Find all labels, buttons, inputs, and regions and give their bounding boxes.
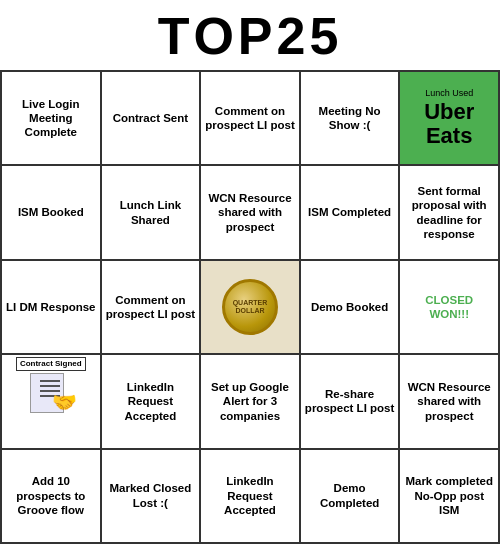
cell-r4c2: LinkedIn Request Accepted: [102, 355, 202, 449]
cell-r4c4: Re-share prospect LI post: [301, 355, 401, 449]
title-o: O: [193, 6, 237, 66]
coin-text: QUARTERDOLLAR: [233, 299, 268, 316]
doc-line-1: [40, 380, 60, 382]
bingo-grid: Live Login Meeting Complete Contract Sen…: [0, 70, 500, 544]
lunch-used-label: Lunch Used: [425, 88, 473, 99]
cell-r3c1: LI DM Response: [2, 261, 102, 355]
title-2: 2: [277, 6, 310, 66]
title-row: T O P 2 5: [0, 0, 500, 70]
cell-r4c1-contract: Contract Signed 🤝: [2, 355, 102, 449]
cell-r5c4: Demo Completed: [301, 450, 401, 544]
title-p: P: [238, 6, 277, 66]
cell-r2c4: ISM Completed: [301, 166, 401, 260]
uber-label: Uber: [424, 100, 474, 124]
title-5: 5: [309, 6, 342, 66]
cell-r3c3-coin: QUARTERDOLLAR: [201, 261, 301, 355]
cell-r4c3: Set up Google Alert for 3 companies: [201, 355, 301, 449]
bingo-page: T O P 2 5 Live Login Meeting Complete Co…: [0, 0, 500, 544]
title-t: T: [158, 6, 194, 66]
cell-r3c4: Demo Booked: [301, 261, 401, 355]
cell-r1c1: Live Login Meeting Complete: [2, 72, 102, 166]
cell-r5c1: Add 10 prospects to Groove flow: [2, 450, 102, 544]
cell-r1c2: Contract Sent: [102, 72, 202, 166]
contract-signed-label: Contract Signed: [16, 357, 86, 371]
cell-r2c3: WCN Resource shared with prospect: [201, 166, 301, 260]
cell-r1c5-ubereats: Lunch Used Uber Eats: [400, 72, 500, 166]
cell-r1c4: Meeting No Show :(: [301, 72, 401, 166]
cell-r5c2: Marked Closed Lost :(: [102, 450, 202, 544]
hand-icon: 🤝: [52, 390, 77, 415]
cell-r3c2: Comment on prospect LI post: [102, 261, 202, 355]
cell-r2c1: ISM Booked: [2, 166, 102, 260]
cell-r1c3: Comment on prospect LI post: [201, 72, 301, 166]
eats-label: Eats: [426, 124, 472, 148]
doc-line-2: [40, 385, 60, 387]
cell-r2c2: Lunch Link Shared: [102, 166, 202, 260]
cell-r3c5-closed: CLOSED WON!!!: [400, 261, 500, 355]
cell-r5c3: LinkedIn Request Accepted: [201, 450, 301, 544]
cell-r2c5: Sent formal proposal with deadline for r…: [400, 166, 500, 260]
cell-r5c5: Mark completed No-Opp post ISM: [400, 450, 500, 544]
coin-icon: QUARTERDOLLAR: [222, 279, 278, 335]
cell-r4c5: WCN Resource shared with prospect: [400, 355, 500, 449]
contract-image: 🤝: [25, 373, 77, 415]
